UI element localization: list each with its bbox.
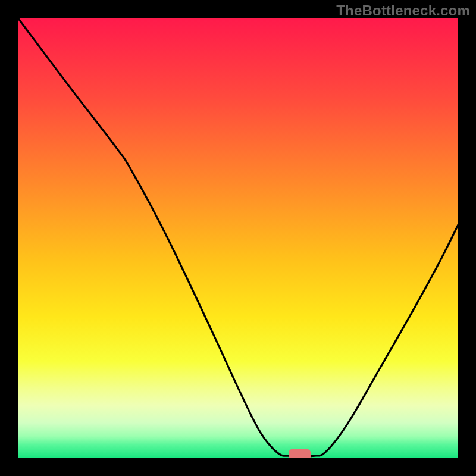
plot-area — [18, 18, 458, 458]
optimum-marker — [289, 449, 311, 458]
watermark-text: TheBottleneck.com — [336, 2, 470, 19]
chart-frame: TheBottleneck.com — [0, 0, 476, 476]
chart-svg — [18, 18, 458, 458]
gradient-background — [18, 18, 458, 458]
